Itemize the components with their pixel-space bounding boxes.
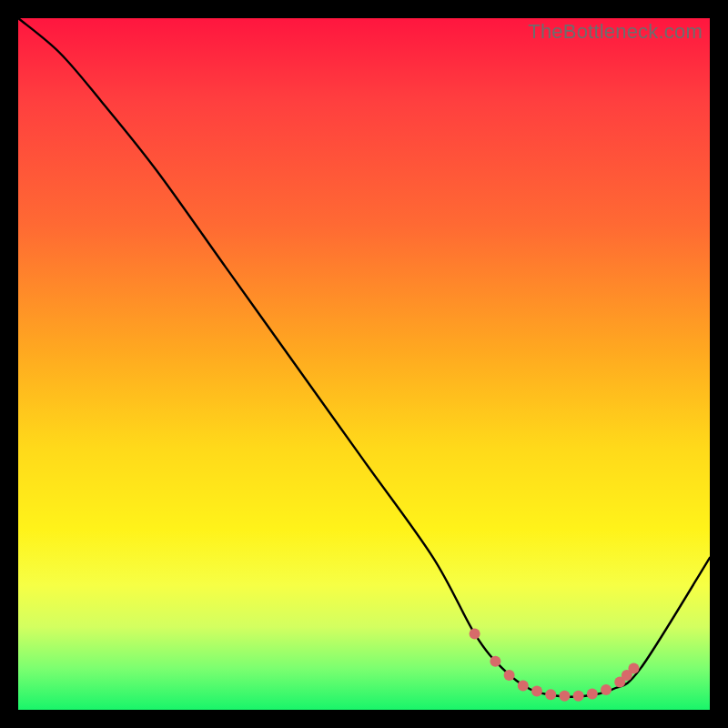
- highlight-dot: [587, 689, 598, 700]
- highlight-dot: [531, 685, 542, 696]
- highlight-dot: [504, 670, 515, 681]
- highlight-dot: [518, 680, 529, 691]
- highlight-dot: [545, 689, 556, 700]
- highlight-dot: [628, 662, 639, 673]
- curve-svg: [18, 18, 710, 710]
- highlight-dot: [573, 691, 584, 702]
- highlight-dots-group: [470, 628, 640, 701]
- bottleneck-curve-path: [18, 18, 710, 697]
- highlight-dot: [470, 628, 480, 639]
- chart-frame: TheBottleneck.com: [0, 0, 728, 728]
- plot-area: TheBottleneck.com: [18, 18, 710, 710]
- highlight-dot: [601, 684, 612, 695]
- highlight-dot: [490, 656, 500, 667]
- highlight-dot: [559, 691, 570, 702]
